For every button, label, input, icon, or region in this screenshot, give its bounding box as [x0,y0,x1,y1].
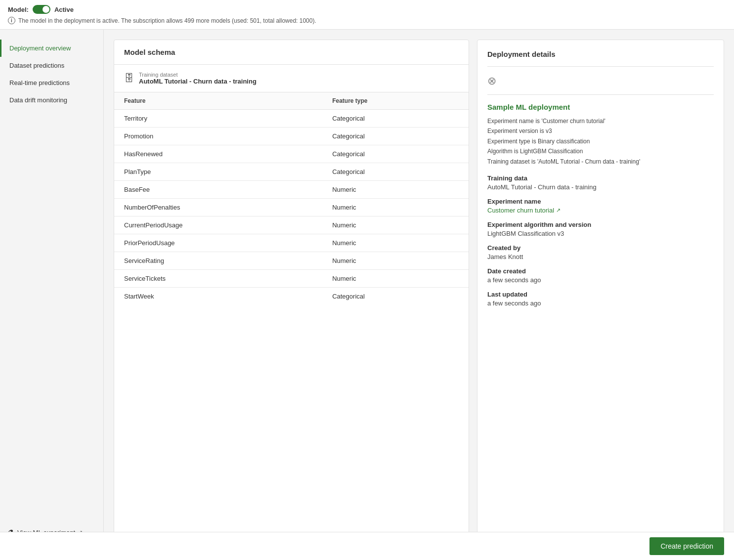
feature-type-cell: Numeric [322,234,469,252]
feature-name-cell: BaseFee [114,181,322,199]
detail-value: a few seconds ago [487,276,714,284]
info-bar: i The model in the deployment is active.… [8,17,726,24]
feature-name-cell: CurrentPeriodUsage [114,216,322,234]
training-dataset-label: Training dataset [139,72,257,78]
feature-col-header: Feature [114,92,322,110]
feature-type-cell: Categorical [322,145,469,163]
deployment-details-header: Deployment details [487,50,714,67]
feature-type-cell: Categorical [322,128,469,145]
detail-label: Last updated [487,291,714,298]
feature-name-cell: Promotion [114,128,322,145]
sidebar-item-deployment-overview[interactable]: Deployment overview [0,40,103,57]
sidebar-item-dataset-predictions[interactable]: Dataset predictions [0,57,103,74]
model-status-row: Model: Active [8,5,726,14]
detail-label: Created by [487,244,714,252]
top-bar: Model: Active i The model in the deploym… [0,0,734,30]
feature-name-cell: PlanType [114,163,322,181]
table-row: CurrentPeriodUsageNumeric [114,216,469,234]
detail-section: Created byJames Knott [487,244,714,260]
model-schema-header: Model schema [114,40,469,65]
feature-table-header-row: Feature Feature type [114,92,469,110]
deployment-name: Sample ML deployment [487,103,714,111]
table-row: PriorPeriodUsageNumeric [114,234,469,252]
model-toggle[interactable] [33,5,50,14]
detail-link-value[interactable]: Customer churn tutorial↗ [487,207,561,214]
feature-name-cell: ServiceTickets [114,270,322,288]
feature-type-cell: Numeric [322,270,469,288]
meta-line: Experiment type is Binary classification [487,136,714,146]
deployment-details-panel: Deployment details ⊗ Sample ML deploymen… [477,40,724,544]
detail-section: Last updateda few seconds ago [487,291,714,307]
feature-type-cell: Numeric [322,252,469,270]
feature-name-cell: PriorPeriodUsage [114,234,322,252]
feature-type-cell: Numeric [322,199,469,216]
meta-line: Algorithm is LightGBM Classification [487,146,714,156]
table-row: ServiceRatingNumeric [114,252,469,270]
training-dataset-name: AutoML Tutorial - Churn data - training [139,78,257,85]
detail-value: LightGBM Classification v3 [487,230,714,237]
feature-type-cell: Categorical [322,110,469,128]
feature-table-body: TerritoryCategoricalPromotionCategorical… [114,110,469,305]
sidebar-item-data-drift-monitoring[interactable]: Data drift monitoring [0,91,103,109]
table-row: PlanTypeCategorical [114,163,469,181]
nav-items: Deployment overview Dataset predictions … [0,40,103,109]
detail-section: Date createda few seconds ago [487,267,714,284]
bottom-bar: Create prediction [0,532,734,560]
feature-type-cell: Categorical [322,288,469,305]
feature-type-col-header: Feature type [322,92,469,110]
model-label: Model: [8,6,29,13]
database-icon: 🗄 [124,73,134,84]
table-row: HasRenewedCategorical [114,145,469,163]
table-row: BaseFeeNumeric [114,181,469,199]
table-row: PromotionCategorical [114,128,469,145]
feature-name-cell: NumberOfPenalties [114,199,322,216]
detail-label: Experiment name [487,198,714,205]
deployment-sections: Training dataAutoML Tutorial - Churn dat… [487,174,714,314]
info-icon: i [8,17,15,24]
model-active-label: Active [54,6,74,13]
detail-label: Date created [487,267,714,275]
external-link-icon: ↗ [556,207,561,214]
detail-label: Training data [487,174,714,182]
main-layout: Deployment overview Dataset predictions … [0,30,734,554]
table-row: NumberOfPenaltiesNumeric [114,199,469,216]
cancel-icon: ⊗ [487,75,714,87]
detail-section: Experiment algorithm and versionLightGBM… [487,221,714,237]
table-row: TerritoryCategorical [114,110,469,128]
detail-value: AutoML Tutorial - Churn data - training [487,183,714,191]
feature-name-cell: StartWeek [114,288,322,305]
feature-name-cell: ServiceRating [114,252,322,270]
table-row: StartWeekCategorical [114,288,469,305]
meta-line: Experiment version is v3 [487,126,714,136]
feature-name-cell: HasRenewed [114,145,322,163]
sidebar-item-realtime-predictions[interactable]: Real-time predictions [0,74,103,91]
detail-section: Experiment nameCustomer churn tutorial↗ [487,198,714,214]
training-dataset-section: 🗄 Training dataset AutoML Tutorial - Chu… [114,65,469,92]
feature-table-wrapper: Feature Feature type TerritoryCategorica… [114,92,469,544]
detail-label: Experiment algorithm and version [487,221,714,228]
detail-value: James Knott [487,253,714,260]
table-row: ServiceTicketsNumeric [114,270,469,288]
feature-type-cell: Numeric [322,216,469,234]
training-dataset-info: Training dataset AutoML Tutorial - Churn… [139,72,257,85]
meta-line: Experiment name is 'Customer churn tutor… [487,116,714,126]
feature-type-cell: Categorical [322,163,469,181]
meta-line: Training dataset is 'AutoML Tutorial - C… [487,157,714,167]
info-message: The model in the deployment is active. T… [18,17,316,24]
detail-value: a few seconds ago [487,300,714,307]
feature-table: Feature Feature type TerritoryCategorica… [114,92,469,305]
feature-name-cell: Territory [114,110,322,128]
deployment-meta: Experiment name is 'Customer churn tutor… [487,116,714,167]
create-prediction-button[interactable]: Create prediction [649,537,724,555]
model-schema-panel: Model schema 🗄 Training dataset AutoML T… [114,40,469,544]
feature-type-cell: Numeric [322,181,469,199]
divider [487,94,714,95]
sidebar: Deployment overview Dataset predictions … [0,30,104,554]
detail-section: Training dataAutoML Tutorial - Churn dat… [487,174,714,191]
content-area: Model schema 🗄 Training dataset AutoML T… [104,30,734,554]
